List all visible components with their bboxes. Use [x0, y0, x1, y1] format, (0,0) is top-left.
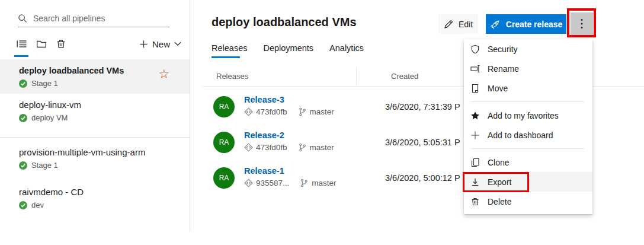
- sidebar-item-raivmdemo-cd[interactable]: raivmdemo - CD dev: [0, 187, 190, 209]
- menu-item-export[interactable]: Export: [464, 172, 592, 192]
- vertical-ellipsis-icon: [581, 18, 583, 29]
- stage-label: dev: [31, 201, 44, 209]
- column-header-created[interactable]: Created: [391, 72, 418, 81]
- branch-icon: [298, 143, 307, 152]
- pipeline-name: raivmdemo - CD: [19, 187, 190, 197]
- stage-label: Stage 1: [31, 161, 58, 170]
- branch-name[interactable]: master: [310, 107, 334, 116]
- branch-icon: [298, 107, 307, 116]
- check-circle-icon: [19, 201, 27, 209]
- menu-item-label: Export: [488, 177, 511, 187]
- sidebar-group-divider: [0, 137, 190, 138]
- chevron-down-icon: [174, 42, 181, 46]
- avatar: RA: [213, 132, 235, 153]
- active-tab-underline: [212, 56, 240, 58]
- commit-id[interactable]: 473fd0fb: [256, 143, 287, 152]
- branch-name[interactable]: master: [310, 143, 334, 152]
- favorite-star-icon[interactable]: ☆: [158, 68, 169, 80]
- shield-icon: [470, 44, 480, 54]
- commit-icon: [244, 143, 253, 152]
- search-icon: [18, 14, 27, 23]
- menu-item-label: Move: [488, 84, 508, 93]
- menu-item-move[interactable]: Move: [464, 78, 592, 98]
- branch-name[interactable]: master: [312, 179, 336, 187]
- clone-icon: [470, 158, 480, 167]
- rename-icon: [470, 64, 480, 74]
- move-page-icon: [470, 84, 480, 93]
- sidebar-item-provision-multiple-vm-using-arm[interactable]: provision-multiple-vm-using-arm Stage 1: [0, 147, 190, 170]
- pencil-icon: [444, 20, 453, 29]
- release-link[interactable]: Release-1: [244, 166, 284, 176]
- menu-item-label: Delete: [488, 197, 511, 206]
- pipeline-status: dev: [19, 201, 190, 209]
- commit-icon: [244, 107, 253, 116]
- sidebar-toolbar: New: [17, 36, 181, 52]
- create-release-button[interactable]: Create release: [486, 14, 566, 34]
- check-circle-icon: [19, 114, 27, 122]
- release-link[interactable]: Release-2: [244, 131, 284, 140]
- list-view-button[interactable]: [17, 39, 27, 49]
- release-info: Release-2 473fd0fb master: [244, 130, 334, 152]
- search-box[interactable]: [18, 9, 169, 27]
- more-actions-button[interactable]: [571, 12, 593, 35]
- release-meta: 473fd0fb master: [244, 143, 334, 152]
- release-info: Release-3 473fd0fb master: [244, 94, 334, 116]
- menu-item-clone[interactable]: Clone: [464, 152, 592, 172]
- active-view-underline: [14, 55, 28, 57]
- pipeline-name: provision-multiple-vm-using-arm: [19, 147, 190, 157]
- pipeline-status: Stage 1: [19, 161, 190, 170]
- sidebar: New deploy loadbalanced VMs Stage 1 ☆ de…: [0, 0, 190, 245]
- pipeline-name: deploy-linux-vm: [19, 100, 190, 110]
- menu-item-security[interactable]: Security: [464, 39, 592, 59]
- sidebar-main-divider: [190, 0, 190, 232]
- page-title: deploy loadbalanced VMs: [212, 15, 357, 29]
- stage-label: deploy VM: [31, 113, 68, 122]
- search-input[interactable]: [33, 14, 158, 23]
- menu-item-label: Add to my favorites: [488, 111, 559, 120]
- tab-analytics[interactable]: Analytics: [329, 43, 364, 65]
- sidebar-item-deploy-loadbalanced-vms[interactable]: deploy loadbalanced VMs Stage 1 ☆: [0, 59, 190, 94]
- folder-view-button[interactable]: [36, 39, 47, 49]
- branch-icon: [300, 179, 309, 187]
- create-release-label: Create release: [506, 20, 563, 29]
- star-filled-icon: [470, 111, 480, 120]
- tab-deployments[interactable]: Deployments: [263, 43, 313, 65]
- menu-item-add-to-my-favorites[interactable]: Add to my favorites: [464, 106, 592, 125]
- edit-button[interactable]: Edit: [438, 14, 478, 34]
- menu-divider: [471, 101, 584, 102]
- avatar: RA: [213, 167, 235, 189]
- check-circle-icon: [19, 161, 27, 170]
- column-header-releases[interactable]: Releases: [216, 72, 248, 81]
- menu-item-label: Add to dashboard: [488, 131, 553, 140]
- menu-item-delete[interactable]: Delete: [464, 192, 592, 211]
- menu-item-label: Clone: [488, 158, 510, 167]
- new-pipeline-button[interactable]: New: [139, 39, 181, 49]
- release-info: Release-1 935587... master: [244, 166, 337, 187]
- rocket-icon: [490, 19, 501, 30]
- menu-item-rename[interactable]: Rename: [464, 59, 592, 78]
- created-date: 3/6/2020, 5:00:12 P: [385, 160, 460, 196]
- column-separator[interactable]: [356, 68, 357, 85]
- more-actions-menu: Security Rename Move Add to my favorites: [464, 39, 592, 214]
- tab-releases[interactable]: Releases: [212, 43, 247, 65]
- menu-item-label: Security: [488, 44, 518, 54]
- plus-icon: [139, 40, 148, 49]
- menu-item-add-to-dashboard[interactable]: Add to dashboard: [464, 125, 592, 145]
- menu-item-label: Rename: [488, 64, 519, 74]
- stage-label: Stage 1: [31, 79, 58, 88]
- menu-divider: [471, 148, 584, 149]
- edit-button-label: Edit: [459, 20, 473, 29]
- recycle-bin-button[interactable]: [56, 39, 66, 49]
- commit-id[interactable]: 473fd0fb: [256, 107, 287, 116]
- created-date: 3/6/2020, 5:05:31 P: [385, 125, 460, 160]
- download-icon: [470, 177, 480, 187]
- tab-bar: Releases Deployments Analytics: [212, 43, 364, 65]
- app-window: New deploy loadbalanced VMs Stage 1 ☆ de…: [0, 0, 644, 245]
- release-link[interactable]: Release-3: [244, 95, 284, 104]
- new-button-label: New: [152, 39, 170, 49]
- release-meta: 473fd0fb master: [244, 107, 334, 116]
- check-circle-icon: [19, 79, 27, 88]
- commit-id[interactable]: 935587...: [256, 179, 289, 187]
- sidebar-item-deploy-linux-vm[interactable]: deploy-linux-vm deploy VM: [0, 100, 190, 122]
- created-date: 3/6/2020, 7:31:39 P: [385, 89, 460, 125]
